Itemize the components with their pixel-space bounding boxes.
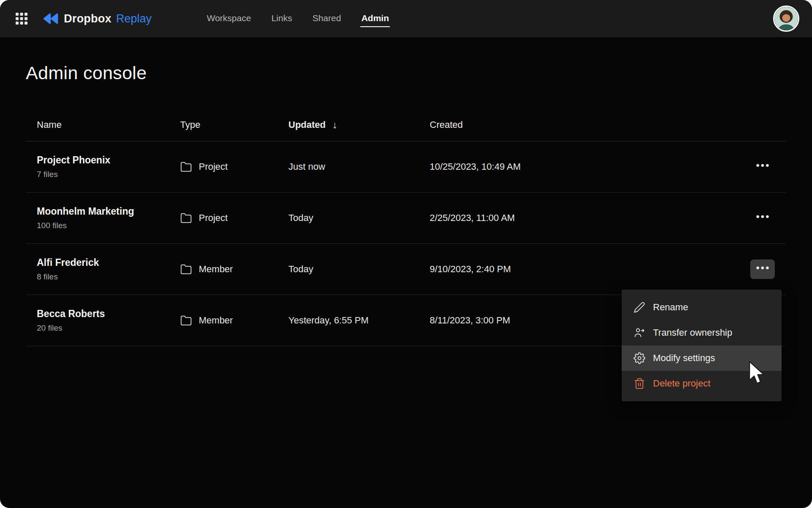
- apps-grid-icon[interactable]: [13, 10, 30, 28]
- column-header-created[interactable]: Created: [430, 119, 746, 130]
- nav-links[interactable]: Links: [271, 11, 293, 27]
- actions-cell: •••: [746, 260, 779, 279]
- ellipsis-icon: •••: [756, 211, 770, 223]
- sort-desc-icon: ↓: [332, 119, 337, 131]
- row-created: 2/25/2023, 11:00 AM: [430, 213, 746, 224]
- type-cell: Project: [180, 161, 288, 173]
- menu-item-label: Transfer ownership: [653, 327, 732, 338]
- row-file-count: 20 files: [37, 323, 180, 333]
- type-cell: Project: [180, 212, 288, 224]
- table-row[interactable]: Alfi Frederick 8 files Member Today 9/10…: [26, 244, 786, 295]
- nav-shared[interactable]: Shared: [312, 11, 342, 27]
- row-file-count: 100 files: [37, 221, 180, 230]
- trash-icon: [634, 378, 645, 389]
- brand-replay: Replay: [116, 12, 151, 25]
- avatar[interactable]: [773, 6, 799, 32]
- row-updated: Today: [288, 213, 430, 224]
- menu-item-delete-project[interactable]: Delete project: [622, 371, 782, 396]
- avatar-image: [774, 7, 798, 30]
- row-actions-button-active[interactable]: •••: [750, 260, 775, 279]
- menu-item-rename[interactable]: Rename: [622, 295, 782, 320]
- row-type: Member: [199, 264, 233, 275]
- menu-item-label: Delete project: [653, 378, 710, 389]
- menu-item-label: Modify settings: [653, 353, 715, 364]
- row-updated: Just now: [288, 161, 430, 172]
- row-actions-button[interactable]: •••: [750, 157, 775, 177]
- apps-grid-glyph: [15, 12, 28, 25]
- row-actions-button[interactable]: •••: [750, 208, 775, 228]
- table-header: Name Type Updated ↓ Created: [26, 109, 786, 141]
- row-file-count: 7 files: [37, 170, 180, 179]
- ellipsis-icon: •••: [756, 160, 770, 171]
- table-row[interactable]: Project Phoenix 7 files Project Just now…: [26, 141, 786, 193]
- name-cell: Project Phoenix 7 files: [37, 155, 180, 179]
- row-created: 9/10/2023, 2:40 PM: [430, 264, 746, 275]
- type-cell: Member: [180, 263, 288, 275]
- table-row[interactable]: Moonhelm Marketing 100 files Project Tod…: [26, 193, 786, 244]
- row-file-count: 8 files: [37, 272, 180, 282]
- name-cell: Becca Roberts 20 files: [37, 308, 180, 333]
- nav-workspace[interactable]: Workspace: [206, 11, 252, 27]
- folder-icon: [180, 161, 192, 173]
- replay-admin-screen: Dropbox Replay Workspace Links Shared Ad…: [0, 0, 812, 508]
- column-header-type[interactable]: Type: [180, 119, 288, 130]
- column-header-updated-label: Updated: [288, 119, 326, 130]
- folder-icon: [180, 263, 192, 275]
- row-name: Moonhelm Marketing: [37, 206, 180, 217]
- folder-icon: [180, 315, 192, 326]
- folder-icon: [180, 212, 192, 224]
- primary-nav: Workspace Links Shared Admin: [206, 0, 390, 37]
- type-cell: Member: [180, 315, 288, 326]
- context-menu: Rename Transfer ownership Modify setting…: [622, 290, 782, 401]
- row-name: Becca Roberts: [37, 308, 180, 320]
- row-type: Member: [199, 315, 233, 326]
- name-cell: Moonhelm Marketing 100 files: [37, 206, 180, 230]
- name-cell: Alfi Frederick 8 files: [37, 257, 180, 282]
- row-created: 10/25/2023, 10:49 AM: [430, 161, 746, 172]
- gear-icon: [634, 352, 645, 364]
- row-name: Project Phoenix: [37, 155, 180, 166]
- brand-dropbox: Dropbox: [64, 12, 111, 25]
- pencil-icon: [634, 301, 645, 313]
- actions-cell: •••: [746, 208, 779, 228]
- transfer-ownership-icon: [634, 327, 645, 339]
- page-title: Admin console: [26, 63, 786, 83]
- replay-logo-icon: [42, 12, 59, 25]
- topbar: Dropbox Replay Workspace Links Shared Ad…: [0, 0, 812, 37]
- column-header-name[interactable]: Name: [37, 119, 180, 130]
- menu-item-label: Rename: [653, 302, 688, 313]
- row-updated: Yesterday, 6:55 PM: [288, 315, 430, 326]
- row-name: Alfi Frederick: [37, 257, 180, 268]
- row-type: Project: [199, 161, 228, 172]
- menu-item-modify-settings[interactable]: Modify settings: [622, 345, 782, 371]
- brand-logo[interactable]: Dropbox Replay: [42, 12, 151, 25]
- ellipsis-icon: •••: [756, 262, 770, 274]
- column-header-updated[interactable]: Updated ↓: [288, 119, 430, 131]
- actions-cell: •••: [746, 157, 779, 177]
- row-updated: Today: [288, 264, 430, 275]
- row-type: Project: [199, 213, 228, 224]
- nav-admin[interactable]: Admin: [360, 11, 390, 27]
- menu-item-transfer-ownership[interactable]: Transfer ownership: [622, 320, 782, 345]
